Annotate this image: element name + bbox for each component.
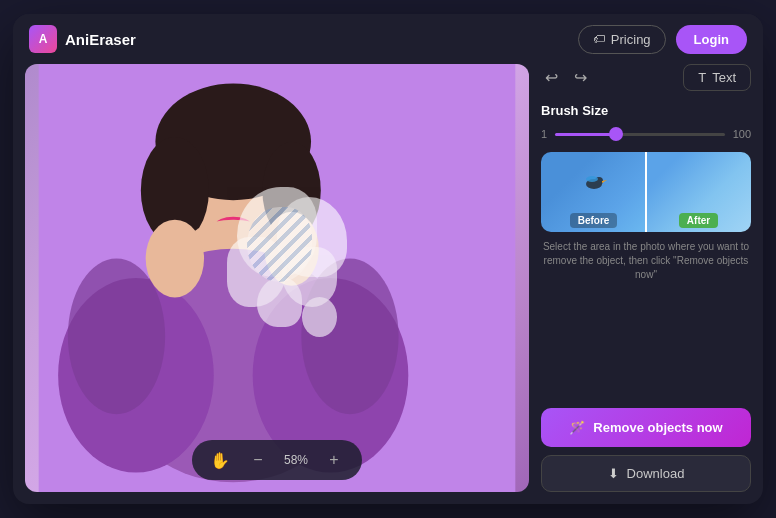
action-buttons: 🪄 Remove objects now ⬇ Download: [541, 408, 751, 492]
remove-objects-label: Remove objects now: [593, 420, 722, 435]
slider-container: 1 100: [541, 128, 751, 140]
download-icon: ⬇: [608, 466, 619, 481]
panel-controls: ↩ ↪ T Text: [541, 64, 751, 91]
svg-point-16: [146, 220, 204, 298]
brush-size-section: Brush Size 1 100: [541, 103, 751, 140]
canvas-area[interactable]: ✋ − 58% +: [25, 64, 529, 492]
slider-max-value: 100: [733, 128, 751, 140]
redo-button[interactable]: ↪: [570, 64, 591, 91]
brush-blob-5: [257, 277, 302, 327]
main-content: ✋ − 58% + ↩ ↪ T Text Brush Size: [13, 64, 763, 504]
after-label: After: [679, 213, 718, 228]
canvas-toolbar: ✋ − 58% +: [192, 440, 362, 480]
brush-size-slider[interactable]: [555, 133, 725, 136]
preview-divider: [645, 152, 647, 232]
zoom-out-button[interactable]: −: [246, 448, 270, 472]
logo-area: A AniEraser: [29, 25, 136, 53]
text-icon: T: [698, 70, 706, 85]
download-button[interactable]: ⬇ Download: [541, 455, 751, 492]
before-preview: Before: [541, 152, 646, 232]
brush-size-label: Brush Size: [541, 103, 751, 118]
bird-icon: [579, 172, 609, 192]
pan-tool-button[interactable]: ✋: [208, 448, 232, 472]
text-button[interactable]: T Text: [683, 64, 751, 91]
download-label: Download: [627, 466, 685, 481]
brush-blob-6: [302, 297, 337, 337]
zoom-level: 58%: [284, 453, 308, 467]
svg-point-21: [586, 176, 598, 182]
undo-redo-group: ↩ ↪: [541, 64, 591, 91]
svg-point-14: [68, 259, 165, 415]
canvas-image: [25, 64, 529, 492]
right-panel: ↩ ↪ T Text Brush Size 1 100: [541, 64, 751, 492]
after-preview: After: [646, 152, 751, 232]
text-btn-label: Text: [712, 70, 736, 85]
login-button[interactable]: Login: [676, 25, 747, 54]
hint-text: Select the area in the photo where you w…: [541, 240, 751, 282]
remove-objects-button[interactable]: 🪄 Remove objects now: [541, 408, 751, 447]
brush-stripes: [247, 207, 312, 282]
tag-icon: 🏷: [593, 32, 605, 46]
brush-selection-overlay: [207, 177, 367, 337]
header: A AniEraser 🏷 Pricing Login: [13, 14, 763, 64]
app-logo-icon: A: [29, 25, 57, 53]
app-name: AniEraser: [65, 31, 136, 48]
before-after-preview: Before After: [541, 152, 751, 232]
header-actions: 🏷 Pricing Login: [578, 25, 747, 54]
slider-min-value: 1: [541, 128, 547, 140]
preview-section: Before After Select the area in the phot…: [541, 152, 751, 282]
before-label: Before: [570, 213, 618, 228]
undo-button[interactable]: ↩: [541, 64, 562, 91]
pricing-button[interactable]: 🏷 Pricing: [578, 25, 666, 54]
zoom-in-button[interactable]: +: [322, 448, 346, 472]
app-window: A AniEraser 🏷 Pricing Login: [13, 14, 763, 504]
pricing-label: Pricing: [611, 32, 651, 47]
eraser-icon: 🪄: [569, 420, 585, 435]
